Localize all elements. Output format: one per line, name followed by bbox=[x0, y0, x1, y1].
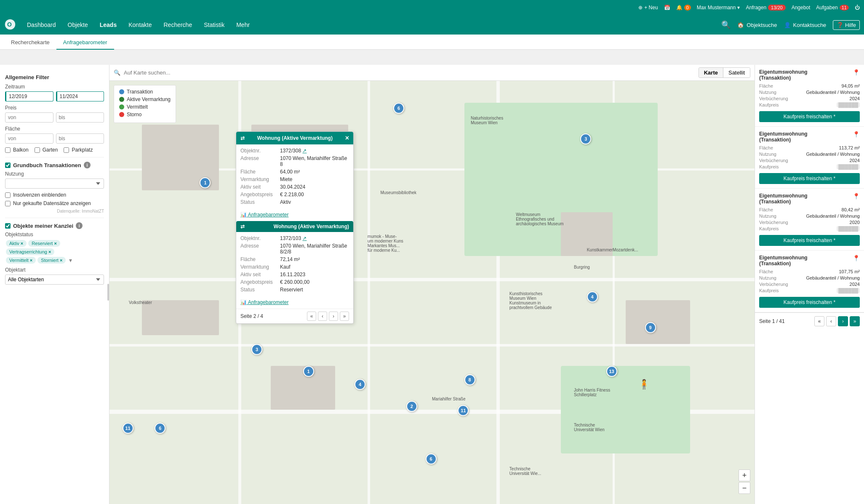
marker-11-bottom-left[interactable]: 11 bbox=[123, 423, 133, 434]
freischalten-button-1[interactable]: Kaufpreis freischalten * bbox=[759, 111, 860, 122]
nur-gekaufte-checkbox[interactable] bbox=[5, 201, 11, 206]
popup-val-aktivseit1: 30.04.2024 bbox=[280, 184, 305, 190]
calendar-button[interactable]: 📅 bbox=[664, 5, 670, 11]
marker-4-lower[interactable]: 4 bbox=[355, 379, 365, 390]
parkplatz-checkbox[interactable] bbox=[64, 147, 69, 153]
marker-1-lower[interactable]: 1 bbox=[303, 366, 314, 377]
chevron-down-icon: ▾ bbox=[737, 5, 740, 11]
zoom-in-button[interactable]: + bbox=[739, 469, 750, 481]
freischalten-button-2[interactable]: Kaufpreis freischalten * bbox=[759, 173, 860, 184]
marker-3-lower[interactable]: 3 bbox=[251, 344, 262, 355]
tag-aktiv-remove[interactable]: × bbox=[21, 241, 23, 246]
aufgaben-button[interactable]: Aufgaben 11 bbox=[816, 5, 849, 11]
rp-last-page-button[interactable]: » bbox=[850, 316, 860, 326]
hilfe-button[interactable]: ❓ Hilfe bbox=[833, 20, 860, 30]
preis-to-input[interactable] bbox=[56, 112, 104, 123]
page-tabs: Recherchekarte Anfragebarometer bbox=[0, 35, 864, 50]
freischalten-button-3[interactable]: Kaufpreis freischalten * bbox=[759, 235, 860, 246]
popup-barometer-link-2[interactable]: 📊 Anfragebarometer bbox=[240, 299, 288, 305]
neu-button[interactable]: ⊕ + Neu bbox=[638, 5, 658, 11]
satellit-toggle-button[interactable]: Satellit bbox=[723, 68, 750, 77]
popup-first-page-button[interactable]: « bbox=[307, 312, 316, 321]
grundbuch-checkbox[interactable] bbox=[5, 163, 11, 168]
rp-next-page-button[interactable]: › bbox=[838, 316, 848, 326]
rp-first-page-button[interactable]: « bbox=[814, 316, 824, 326]
rp-val-nutzung-1: Gebäudeanteil / Wohnung bbox=[806, 90, 860, 95]
home-icon: 🏠 bbox=[737, 22, 744, 28]
rp-val-verbucherung-3: 2020 bbox=[850, 220, 860, 225]
nav-recherche[interactable]: Recherche bbox=[158, 19, 197, 31]
marker-11-bottom-center[interactable]: 11 bbox=[458, 405, 469, 416]
flaeche-to-input[interactable] bbox=[56, 133, 104, 144]
nav-leads[interactable]: Leads bbox=[95, 19, 122, 31]
power-button[interactable]: ⏻ bbox=[855, 5, 860, 11]
karte-toggle-button[interactable]: Karte bbox=[699, 68, 723, 77]
zeitraum-from-input[interactable] bbox=[5, 91, 53, 101]
tag-vermittelt-remove[interactable]: × bbox=[30, 258, 32, 263]
map-search-input[interactable] bbox=[124, 69, 695, 76]
marker-13-right[interactable]: 13 bbox=[606, 366, 617, 377]
marker-2-center[interactable]: 2 bbox=[406, 401, 417, 412]
flaeche-from-input[interactable] bbox=[5, 133, 53, 144]
tag-reserviert-remove[interactable]: × bbox=[54, 241, 56, 246]
objekte-kanzlei-checkbox[interactable] bbox=[5, 223, 11, 229]
rp-prev-page-button[interactable]: ‹ bbox=[826, 316, 836, 326]
nav-dashboard[interactable]: Dashboard bbox=[22, 19, 61, 31]
popup-next-page-button[interactable]: › bbox=[329, 312, 338, 321]
nutzung-select[interactable] bbox=[5, 179, 104, 189]
divider2 bbox=[5, 218, 104, 218]
angebot-button[interactable]: Angebot bbox=[792, 5, 811, 11]
nav-kontakte[interactable]: Kontakte bbox=[123, 19, 157, 31]
global-search-button[interactable]: 🔍 bbox=[721, 20, 731, 29]
kontaktsuche-button[interactable]: 👤 Kontaktsuche bbox=[784, 22, 827, 28]
popup-row-vermarktung1: Vermarktung Miete bbox=[240, 176, 349, 182]
nav-objekte[interactable]: Objekte bbox=[63, 19, 93, 31]
objekte-kanzlei-header: Objekte meiner Kanzlei i bbox=[5, 222, 104, 229]
popup-key-objektnr1: Objektnr. bbox=[240, 148, 278, 154]
marker-6-bottom[interactable]: 6 bbox=[426, 453, 437, 464]
nav-statistik[interactable]: Statistik bbox=[199, 19, 229, 31]
legend-storno: Storno bbox=[119, 112, 171, 117]
popup-prev-page-button[interactable]: ‹ bbox=[318, 312, 327, 321]
tag-vertragserrichtung-remove[interactable]: × bbox=[48, 249, 51, 254]
insolvenzen-checkbox[interactable] bbox=[5, 192, 11, 198]
objektart-select[interactable]: Alle Objektarten bbox=[5, 275, 104, 285]
rp-page-info: Seite 1 / 41 bbox=[759, 318, 785, 324]
notifications-button[interactable]: 🔔 0 bbox=[676, 5, 691, 11]
grundbuch-info-icon[interactable]: i bbox=[84, 162, 91, 168]
zoom-out-button[interactable]: − bbox=[739, 482, 750, 494]
marker-9-right[interactable]: 9 bbox=[645, 322, 656, 333]
tab-recherchekarte[interactable]: Recherchekarte bbox=[4, 36, 56, 50]
map-container[interactable]: NaturhistorischesMuseum Wien WeltmuseumE… bbox=[109, 81, 755, 504]
objekte-kanzlei-info-icon[interactable]: i bbox=[76, 222, 83, 229]
freischalten-button-4[interactable]: Kaufpreis freischalten * bbox=[759, 297, 860, 308]
objektsuche-button[interactable]: 🏠 Objektsuche bbox=[737, 22, 777, 28]
popup-row-flaeche1: Fläche 64,00 m² bbox=[240, 169, 349, 175]
popup-link-1[interactable]: ↗ bbox=[302, 148, 307, 154]
marker-4-right[interactable]: 4 bbox=[587, 291, 598, 302]
marker-6-bottom-left[interactable]: 6 bbox=[155, 423, 165, 434]
popup-link-2[interactable]: ↗ bbox=[302, 235, 307, 241]
garten-checkbox[interactable] bbox=[35, 147, 40, 153]
popup-barometer-link-1[interactable]: 📊 Anfragebarometer bbox=[240, 212, 288, 218]
status-expand-icon[interactable]: ▾ bbox=[67, 256, 75, 264]
anfragen-button[interactable]: Anfragen 13/20 bbox=[746, 5, 785, 11]
zeitraum-to-input[interactable] bbox=[56, 91, 104, 101]
preis-from-input[interactable] bbox=[5, 112, 53, 123]
rp-row-kaufpreis-2: Kaufpreis ██████ bbox=[759, 164, 860, 169]
app-logo[interactable]: O bbox=[4, 19, 16, 32]
popup-close-button[interactable]: × bbox=[345, 134, 349, 142]
tab-anfragebarometer[interactable]: Anfragebarometer bbox=[56, 36, 114, 50]
preis-label: Preis bbox=[5, 105, 104, 111]
popup-last-page-button[interactable]: » bbox=[340, 312, 349, 321]
power-icon: ⏻ bbox=[855, 5, 860, 11]
nav-mehr[interactable]: Mehr bbox=[231, 19, 255, 31]
flaeche-row bbox=[5, 133, 104, 144]
balkon-checkbox[interactable] bbox=[5, 147, 11, 153]
popup-val-flaeche1: 64,00 m² bbox=[280, 169, 300, 175]
tag-vertragserrichtung-label: Vertragserrichtung bbox=[9, 249, 47, 254]
tag-storniert-remove[interactable]: × bbox=[60, 258, 62, 263]
user-menu-button[interactable]: Max Mustermann ▾ bbox=[697, 5, 740, 11]
marker-6-top[interactable]: 6 bbox=[393, 103, 404, 114]
marker-8-center[interactable]: 8 bbox=[464, 374, 475, 385]
